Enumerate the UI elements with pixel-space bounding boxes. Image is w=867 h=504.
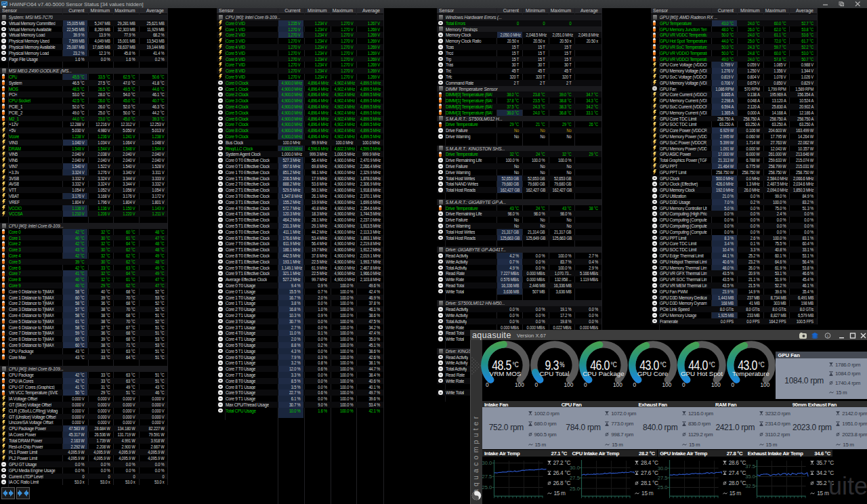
svg-text:i: i bbox=[827, 333, 828, 338]
